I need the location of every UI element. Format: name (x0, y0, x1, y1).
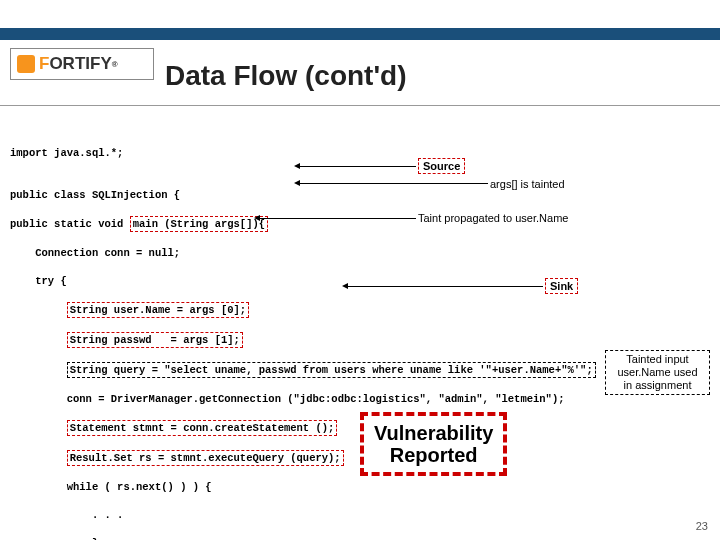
statement-box: Statement stmnt = conn.createStatement (… (67, 420, 338, 436)
arrow-sink (348, 286, 543, 287)
logo-text: ORTIFY (49, 54, 111, 74)
arrow-taint-prop (260, 218, 416, 219)
code-l15: } (10, 536, 710, 540)
code-l1: import java.sql.*; (10, 146, 710, 160)
source-callout: Source (418, 158, 465, 174)
args-tainted-callout: args[] is tainted (490, 178, 565, 190)
arrow-args-tainted (300, 183, 488, 184)
page-number: 23 (696, 520, 708, 532)
code-l13: while ( rs.next() ) ) { (10, 480, 710, 494)
tainted-input-callout: Tainted input user.Name used in assignme… (605, 350, 710, 395)
tainted-l1: Tainted input (610, 353, 705, 366)
passwd-assign-box: String passwd = args [1]; (67, 332, 243, 348)
vuln-l1: Vulnerability (374, 422, 493, 444)
top-accent-bar (0, 28, 720, 40)
logo-letter-f: F (39, 54, 49, 74)
code-block: import java.sql.*; public class SQLInjec… (10, 132, 710, 540)
vulnerability-reported-box: Vulnerability Reported (360, 412, 507, 476)
tainted-l2: user.Name used (610, 366, 705, 379)
vuln-l2: Reported (374, 444, 493, 466)
query-assign-box: String query = "select uname, passwd fro… (67, 362, 596, 378)
trademark-icon: ® (112, 60, 118, 69)
code-l7: String user.Name = args [0]; (10, 302, 710, 318)
fortify-logo: FORTIFY® (10, 48, 154, 80)
executequery-box: Result.Set rs = stmnt.executeQuery (quer… (67, 450, 344, 466)
title-underline (0, 105, 720, 106)
sink-callout: Sink (545, 278, 578, 294)
username-assign-box: String user.Name = args [0]; (67, 302, 249, 318)
main-signature-box: main (String args[]){ (130, 216, 268, 232)
code-l5: Connection conn = null; (10, 246, 710, 260)
code-l3: public class SQLInjection { (10, 188, 710, 202)
code-l8: String passwd = args [1]; (10, 332, 710, 348)
shield-icon (17, 55, 35, 73)
tainted-l3: in assignment (610, 379, 705, 392)
taint-propagated-callout: Taint propagated to user.Name (418, 212, 568, 224)
arrow-source (300, 166, 416, 167)
slide-title: Data Flow (cont'd) (165, 60, 407, 92)
code-l14: . . . (10, 508, 710, 522)
